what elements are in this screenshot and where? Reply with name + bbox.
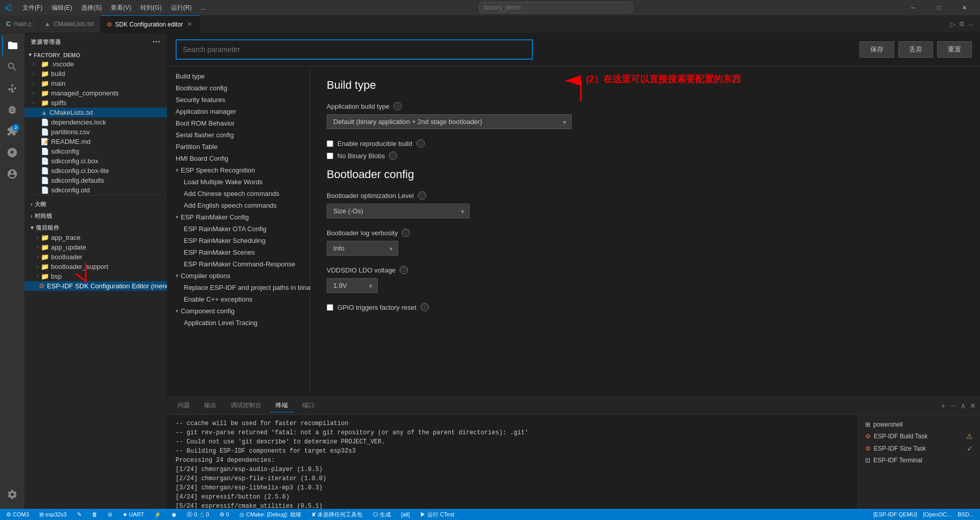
- status-circle-icon[interactable]: ◉: [169, 511, 179, 518]
- status-no-toolkit[interactable]: ✘ 未选择任何工具包: [309, 511, 364, 518]
- sdk-search-input[interactable]: [176, 39, 533, 60]
- tree-item-readme[interactable]: 📝 README.md: [24, 137, 167, 146]
- activity-settings[interactable]: [2, 484, 22, 505]
- status-gear-count[interactable]: ⚙ 0: [217, 511, 231, 518]
- discard-button[interactable]: 丢弃: [898, 41, 933, 58]
- close-button[interactable]: ✕: [952, 0, 976, 15]
- save-button[interactable]: 保存: [860, 41, 894, 58]
- nav-security-features[interactable]: Security features: [167, 94, 310, 106]
- tree-item-managed[interactable]: › 📁 managed_components: [24, 88, 167, 98]
- nav-esp-rainmaker[interactable]: ▾ ESP RainMaker Config: [167, 211, 310, 223]
- tree-item-build[interactable]: › 📁 build: [24, 69, 167, 79]
- status-ban-icon[interactable]: ⊘: [106, 511, 114, 518]
- run-icon[interactable]: ▷: [950, 20, 955, 28]
- status-bsd[interactable]: BSD...: [955, 511, 976, 517]
- nav-cpp-exceptions[interactable]: Enable C++ exceptions: [167, 293, 310, 305]
- status-run-ctest[interactable]: ▶ 运行 CTest: [418, 511, 456, 518]
- tree-item-sdkconfig-ci-lite[interactable]: 📄 sdkconfig.ci.box-lite: [24, 166, 167, 176]
- menu-file[interactable]: 文件(F): [18, 3, 46, 13]
- menu-edit[interactable]: 编辑(E): [47, 3, 76, 13]
- nav-component-config[interactable]: ▾ Component config: [167, 305, 310, 317]
- activity-extensions[interactable]: 2: [2, 121, 22, 141]
- app-build-type-select[interactable]: Default (binary application + 2nd stage …: [327, 114, 572, 129]
- tree-item-sdkconfig[interactable]: 📄 sdkconfig: [24, 146, 167, 156]
- nav-command-response[interactable]: ESP RainMaker Command-Response: [167, 258, 310, 270]
- tree-item-main[interactable]: › 📁 main: [24, 79, 167, 88]
- app-build-type-info-icon[interactable]: ⓘ: [394, 102, 402, 110]
- terminal-more-icon[interactable]: ⋯: [949, 402, 957, 410]
- no-binary-blobs-info-icon[interactable]: ⓘ: [389, 152, 397, 160]
- opt-level-select[interactable]: Size (-Os) None (-O0) Debug (-Og) Perfor…: [327, 204, 470, 218]
- status-lightning-icon[interactable]: ⚡: [152, 511, 163, 518]
- nav-add-chinese[interactable]: Add Chinese speech commands: [167, 188, 310, 200]
- opt-level-info-icon[interactable]: ⓘ: [418, 191, 426, 200]
- tab-main-c[interactable]: C main.c: [0, 15, 38, 33]
- activity-esp-idf[interactable]: [2, 142, 22, 163]
- terminal-add-icon[interactable]: +: [941, 402, 945, 410]
- tree-item-spiffs[interactable]: › 📁 spiffs: [24, 98, 167, 108]
- sidebar-more-icon[interactable]: ···: [153, 37, 161, 46]
- terminal-output[interactable]: -- ccache will be used for faster recomp…: [167, 415, 857, 509]
- vddsdio-info-icon[interactable]: ⓘ: [400, 266, 408, 274]
- nav-serial-flasher[interactable]: Serial flasher config: [167, 129, 310, 141]
- status-edit-icon[interactable]: ✎: [75, 511, 84, 518]
- menu-more[interactable]: ...: [197, 3, 210, 12]
- status-qemu[interactable]: [ESP-IDF QEMU]: [871, 511, 919, 517]
- tab-cmakelists[interactable]: ▲ CMakeLists.txt: [38, 15, 101, 33]
- terminal-esp-terminal[interactable]: ⊡ ESP-IDF Terminal: [862, 455, 976, 466]
- terminal-esp-build[interactable]: ⚙ ESP-IDF Build Task ⚠: [862, 430, 976, 442]
- nav-load-wake[interactable]: Load Multiple Wake Words: [167, 176, 310, 188]
- sidebar-section-timeline[interactable]: › 时间线: [24, 209, 167, 221]
- nav-esp-speech[interactable]: ▾ ESP Speech Recognition: [167, 164, 310, 176]
- status-openocd[interactable]: [OpenOC...: [921, 511, 954, 517]
- nav-build-type[interactable]: Build type: [167, 70, 310, 82]
- tab-terminal[interactable]: 终端: [270, 399, 294, 412]
- status-cmake[interactable]: ◎ CMake: [Debug]: 就绪: [237, 511, 303, 518]
- nav-ota-config[interactable]: ESP RainMaker OTA Config: [167, 223, 310, 235]
- split-editor-icon[interactable]: ⧉: [960, 20, 964, 28]
- nav-partition-table[interactable]: Partition Table: [167, 141, 310, 153]
- nav-replace-paths[interactable]: Replace ESP-IDF and project paths in bin…: [167, 282, 310, 293]
- terminal-powershell[interactable]: ⊞ powershell: [862, 419, 976, 430]
- tree-item-partitions[interactable]: 📄 partitions.csv: [24, 127, 167, 137]
- menu-select[interactable]: 选择(S): [77, 3, 106, 13]
- gpio-triggers-checkbox[interactable]: [327, 304, 333, 311]
- minimize-button[interactable]: ─: [901, 0, 925, 15]
- tree-item-sdkconfig-old[interactable]: 📄 sdkconfig.old: [24, 185, 167, 195]
- tree-item-vscode[interactable]: › 📁 .vscode: [24, 59, 167, 69]
- log-verbosity-select[interactable]: None Error Warning Info Debug Verbose: [327, 241, 398, 256]
- status-com3[interactable]: ⚙ COM3: [4, 511, 31, 518]
- tree-item-deps[interactable]: 📄 dependencies.lock: [24, 117, 167, 127]
- no-binary-blobs-checkbox[interactable]: [327, 153, 333, 159]
- nav-add-english[interactable]: Add English speech commands: [167, 200, 310, 211]
- tab-output[interactable]: 输出: [198, 399, 223, 412]
- tree-item-cmakelists[interactable]: ▲ CMakeLists.txt: [24, 108, 167, 117]
- tab-sdk-close[interactable]: ✕: [186, 20, 193, 29]
- tree-item-bsp[interactable]: › 📁 bsp: [24, 271, 167, 281]
- nav-compiler-options[interactable]: ▾ Compiler options: [167, 270, 310, 282]
- enable-reproducible-checkbox[interactable]: [327, 140, 333, 147]
- status-uart[interactable]: ★ UART: [120, 511, 146, 518]
- terminal-minimize-icon[interactable]: ∧: [961, 402, 966, 410]
- activity-search[interactable]: [2, 57, 22, 77]
- activity-git[interactable]: [2, 78, 22, 98]
- sidebar-root[interactable]: ▾ FACTORY_DEMO: [24, 51, 167, 59]
- status-errors[interactable]: ⓪ 0 △ 0: [185, 511, 211, 518]
- tab-problems[interactable]: 问题: [172, 399, 196, 412]
- title-search-input[interactable]: [479, 2, 632, 13]
- status-generate[interactable]: ◎ 生成: [371, 511, 393, 518]
- tree-item-app-update[interactable]: › 📁 app_update: [24, 242, 167, 252]
- vddsdio-select[interactable]: 1.9V 1.8V: [327, 278, 378, 293]
- nav-boot-rom[interactable]: Boot ROM Behavior: [167, 117, 310, 129]
- log-verbosity-info-icon[interactable]: ⓘ: [402, 229, 410, 237]
- tree-item-sdkconfig-ci[interactable]: 📄 sdkconfig.ci.box: [24, 156, 167, 166]
- reset-button[interactable]: 重置: [937, 41, 972, 58]
- activity-explorer[interactable]: [2, 35, 22, 56]
- menu-goto[interactable]: 转到(G): [136, 3, 165, 13]
- tree-item-app-trace[interactable]: › 📁 app_trace: [24, 233, 167, 242]
- tab-debug-console[interactable]: 调试控制台: [225, 399, 267, 412]
- nav-scenes[interactable]: ESP RainMaker Scenes: [167, 246, 310, 258]
- sidebar-section-components[interactable]: ▾ 项目组件: [24, 221, 167, 233]
- status-trash-icon[interactable]: 🗑: [90, 511, 100, 517]
- tree-item-bootloader-support[interactable]: › 📁 bootloader_support: [24, 262, 167, 271]
